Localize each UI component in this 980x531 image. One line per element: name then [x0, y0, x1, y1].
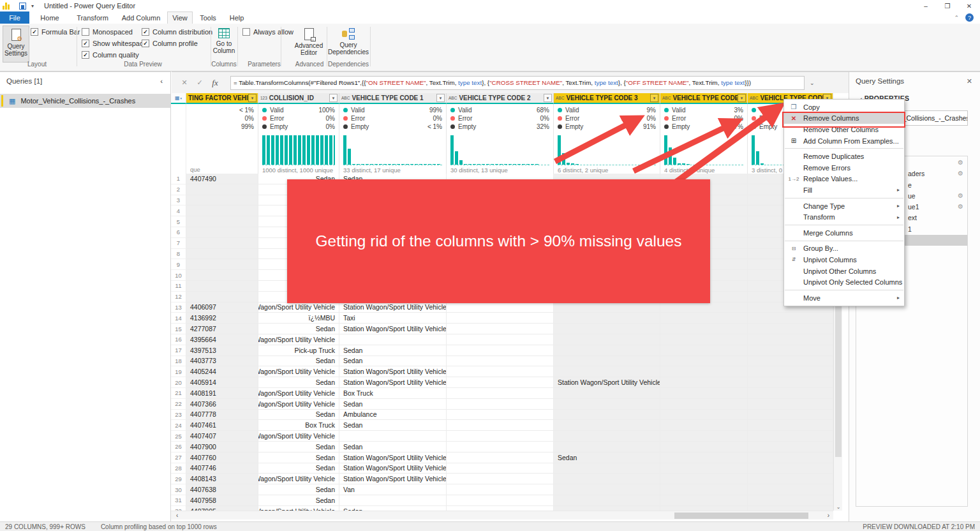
- cell[interactable]: 4408191: [186, 388, 258, 399]
- row-number[interactable]: 9: [171, 259, 186, 270]
- cell[interactable]: [186, 195, 258, 206]
- cell[interactable]: Station Wagon/Sport Utility Vehicle: [339, 303, 447, 313]
- tab-help[interactable]: Help: [223, 11, 250, 24]
- cell[interactable]: [748, 495, 833, 506]
- row-number[interactable]: 32: [171, 506, 186, 511]
- cell[interactable]: [447, 474, 554, 484]
- cell[interactable]: Ambulance: [339, 410, 447, 421]
- checkbox-column-profile[interactable]: ✓Column profile: [142, 40, 198, 47]
- cell[interactable]: [186, 292, 258, 303]
- row-number[interactable]: 24: [171, 420, 186, 431]
- tab-tools[interactable]: Tools: [193, 11, 223, 24]
- row-number[interactable]: 25: [171, 431, 186, 442]
- cell[interactable]: Sedan: [258, 495, 339, 506]
- cell[interactable]: [186, 259, 258, 270]
- column-header-vehicle-type-code-3[interactable]: ABCVEHICLE TYPE CODE 3▼: [554, 93, 660, 104]
- cell[interactable]: [186, 281, 258, 292]
- cell[interactable]: [447, 463, 554, 474]
- cell[interactable]: [554, 366, 660, 377]
- scroll-left-icon[interactable]: ‹: [176, 511, 178, 520]
- cell[interactable]: 4407995: [186, 506, 258, 511]
- row-number[interactable]: 3: [171, 195, 186, 206]
- checkbox-formula-bar[interactable]: ✓Formula Bar: [31, 28, 80, 36]
- cell[interactable]: [186, 184, 258, 195]
- row-number[interactable]: 15: [171, 324, 186, 334]
- cell[interactable]: [554, 388, 660, 399]
- row-number[interactable]: 22: [171, 399, 186, 410]
- cell[interactable]: [748, 334, 833, 345]
- cell[interactable]: [748, 324, 833, 334]
- column-header-vehicle-type-code-2[interactable]: ABCVEHICLE TYPE CODE 2▼: [447, 93, 554, 104]
- go-to-column-button[interactable]: Go to Column: [212, 26, 236, 63]
- help-icon[interactable]: ?: [965, 13, 974, 22]
- row-number[interactable]: 5: [171, 216, 186, 227]
- cell[interactable]: [554, 484, 660, 495]
- cell[interactable]: Taxi: [339, 313, 447, 324]
- row-number[interactable]: 2: [171, 184, 186, 195]
- cell[interactable]: [554, 495, 660, 506]
- row-number[interactable]: 17: [171, 345, 186, 356]
- row-number[interactable]: 28: [171, 463, 186, 474]
- row-number[interactable]: 4: [171, 206, 186, 216]
- checkbox-show-whitespace[interactable]: ✓Show whitespace: [82, 40, 147, 47]
- cell[interactable]: Van: [339, 484, 447, 495]
- cell[interactable]: [660, 377, 748, 388]
- cell[interactable]: [660, 303, 748, 313]
- cell[interactable]: Sedan: [339, 506, 447, 511]
- horizontal-scroll-thumb[interactable]: [674, 512, 808, 519]
- cell[interactable]: Station Wagon/Sport Utility Vehicle: [339, 366, 447, 377]
- cell[interactable]: [554, 463, 660, 474]
- row-number[interactable]: 20: [171, 377, 186, 388]
- advanced-editor-button[interactable]: ‹› Advanced Editor: [291, 26, 327, 63]
- tab-view[interactable]: View: [167, 11, 193, 24]
- tab-file[interactable]: File: [0, 11, 29, 24]
- cell[interactable]: 4395664: [186, 334, 258, 345]
- cell[interactable]: [447, 345, 554, 356]
- step-settings-gear-icon[interactable]: ⚙: [958, 192, 963, 199]
- cell[interactable]: Sedan: [554, 452, 660, 463]
- cell[interactable]: [447, 356, 554, 367]
- menu-item-remove-other-columns[interactable]: Remove Other Columns: [784, 124, 904, 135]
- row-number[interactable]: 8: [171, 249, 186, 260]
- cell[interactable]: [186, 249, 258, 260]
- cell[interactable]: [554, 474, 660, 484]
- horizontal-scrollbar[interactable]: ‹ ›: [171, 511, 833, 520]
- table-corner-button[interactable]: ▦▾: [171, 93, 186, 104]
- cell[interactable]: Sedan: [258, 442, 339, 452]
- tab-add-column[interactable]: Add Column: [115, 11, 167, 24]
- cell[interactable]: [447, 377, 554, 388]
- menu-item-remove-duplicates[interactable]: Remove Duplicates: [784, 151, 904, 162]
- cell[interactable]: [554, 356, 660, 367]
- cell[interactable]: [554, 442, 660, 452]
- row-number[interactable]: 18: [171, 356, 186, 367]
- cell[interactable]: [660, 484, 748, 495]
- row-number[interactable]: 30: [171, 484, 186, 495]
- checkbox-column-quality[interactable]: ✓Column quality: [82, 51, 139, 59]
- cell[interactable]: 4407461: [186, 420, 258, 431]
- row-number[interactable]: 19: [171, 366, 186, 377]
- collapse-ribbon-icon[interactable]: ⌃: [954, 15, 959, 21]
- cell[interactable]: Station Wagon/Sport Utility Vehicle: [258, 431, 339, 442]
- row-number[interactable]: 14: [171, 313, 186, 324]
- expand-formula-caret-icon[interactable]: ⌄: [810, 80, 815, 86]
- cell[interactable]: 4407760: [186, 452, 258, 463]
- cell[interactable]: [748, 431, 833, 442]
- cell[interactable]: [554, 313, 660, 324]
- cell[interactable]: 4407900: [186, 442, 258, 452]
- minimize-button[interactable]: –: [915, 0, 937, 11]
- cell[interactable]: [447, 366, 554, 377]
- menu-item-unpivot-other-columns[interactable]: Unpivot Other Columns: [784, 266, 904, 277]
- close-button[interactable]: ✕: [958, 0, 980, 11]
- cell[interactable]: [748, 463, 833, 474]
- row-number[interactable]: 6: [171, 227, 186, 238]
- cell[interactable]: Station Wagon/Sport Utility Vehicle: [258, 388, 339, 399]
- cell[interactable]: 4403773: [186, 356, 258, 367]
- cell[interactable]: Station Wagon/Sport Utility Vehicle: [258, 366, 339, 377]
- cell[interactable]: [660, 313, 748, 324]
- cell[interactable]: [660, 399, 748, 410]
- cell[interactable]: 4407366: [186, 399, 258, 410]
- cell[interactable]: [447, 431, 554, 442]
- cell[interactable]: [660, 463, 748, 474]
- cell[interactable]: Sedan: [258, 484, 339, 495]
- cell[interactable]: [660, 431, 748, 442]
